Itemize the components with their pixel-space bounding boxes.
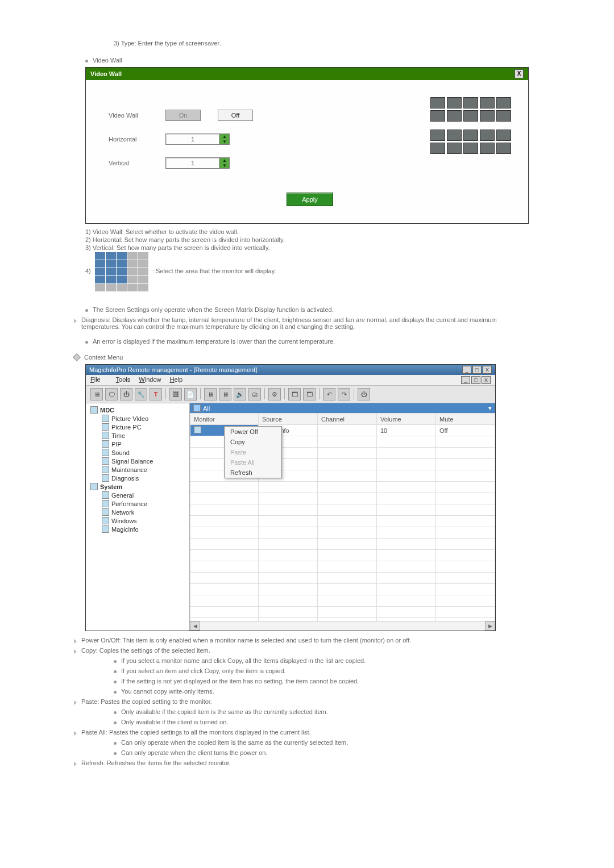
tree-root-system[interactable]: System xyxy=(87,482,188,491)
col-mute[interactable]: Mute xyxy=(436,414,495,425)
windows-icon xyxy=(102,517,109,524)
chevron-down-icon[interactable]: ▼ xyxy=(220,139,229,144)
tool-icon[interactable]: 🔧 xyxy=(135,388,147,400)
paste-all-sub-2: Can only operate when the client turns t… xyxy=(121,749,267,756)
tool-icon[interactable]: ⏻ xyxy=(120,388,132,400)
window-close-button[interactable]: X xyxy=(483,366,492,374)
video-wall-dialog: Video Wall X Video Wall On Off Horizonta… xyxy=(85,67,529,224)
wrench-icon xyxy=(102,466,109,473)
note-paste-all: Paste All: Pastes the copied settings to… xyxy=(81,729,311,736)
tool-icon[interactable]: 🖥 xyxy=(90,388,103,400)
col-channel[interactable]: Channel xyxy=(318,414,377,425)
tree-item[interactable]: Picture PC xyxy=(87,423,188,431)
scroll-right-icon[interactable]: ▶ xyxy=(485,621,495,631)
tree-item[interactable]: Diagnosis xyxy=(87,474,188,482)
tool-icon[interactable]: 🖵 xyxy=(105,388,118,400)
undo-icon[interactable]: ↶ xyxy=(323,388,335,400)
horizontal-spinner[interactable]: ▲ ▼ xyxy=(165,133,230,145)
dialog-title: Video Wall xyxy=(90,70,122,77)
tool-icon[interactable]: ⚙ xyxy=(268,388,281,400)
tree-item[interactable]: Time xyxy=(87,431,188,440)
monitor-icon xyxy=(194,426,201,433)
tool-icon[interactable]: 🖥 xyxy=(204,388,217,400)
chevron-up-icon[interactable]: ▲ xyxy=(220,158,229,163)
horizontal-scrollbar[interactable]: ◀ ▶ xyxy=(190,621,495,631)
menu-bar: File Tools Window Help _ □ X xyxy=(86,375,495,386)
tool-icon[interactable]: 🗂 xyxy=(248,388,261,400)
bullet-icon xyxy=(85,60,88,62)
vertical-input[interactable] xyxy=(166,158,219,168)
col-source[interactable]: Source xyxy=(259,414,318,425)
menu-window[interactable]: Window xyxy=(139,376,161,383)
video-wall-label: Video Wall xyxy=(109,112,165,119)
window-maximize-button[interactable]: □ xyxy=(472,366,482,374)
sub-close-button[interactable]: X xyxy=(482,376,491,384)
tree-item[interactable]: Maintenance xyxy=(87,465,188,474)
context-copy[interactable]: Copy xyxy=(225,437,281,447)
arrow-icon xyxy=(74,639,77,644)
clock-icon xyxy=(102,432,109,439)
tree-item[interactable]: Windows xyxy=(87,516,188,525)
video-wall-notes: 1) Video Wall: Select whether to activat… xyxy=(85,228,529,291)
area-select-grid-icon xyxy=(95,252,148,291)
tool-icon[interactable]: 🗔 xyxy=(288,388,301,400)
context-power-off[interactable]: Power Off xyxy=(225,427,281,437)
col-volume[interactable]: Volume xyxy=(377,414,436,425)
tool-icon[interactable]: 🖼 xyxy=(169,388,182,400)
copy-sub-2: If you select an item and click Copy, on… xyxy=(121,667,286,674)
apply-button[interactable]: Apply xyxy=(287,193,333,206)
bullet-icon xyxy=(114,721,117,724)
tree-item[interactable]: Picture Video xyxy=(87,414,188,423)
context-menu-popup: Power Off Copy Paste Paste All Refresh xyxy=(224,426,282,478)
sub-maximize-button[interactable]: □ xyxy=(471,376,480,384)
video-wall-off-button[interactable]: Off xyxy=(218,110,253,121)
scroll-left-icon[interactable]: ◀ xyxy=(190,621,200,631)
toolbar: 🖥 🖵 ⏻ 🔧 T 🖼 📄 🖥 🖥 🔊 🗂 ⚙ 🗔 🗔 ↶ ↷ ⏻ xyxy=(86,386,495,403)
context-refresh[interactable]: Refresh xyxy=(225,468,281,478)
separator xyxy=(354,388,354,399)
menu-tools[interactable]: Tools xyxy=(116,376,131,383)
tool-icon[interactable]: 📄 xyxy=(184,388,197,400)
menu-file[interactable]: File xyxy=(90,376,107,383)
tool-icon[interactable]: 🔊 xyxy=(234,388,246,400)
tree-item[interactable]: Signal Balance xyxy=(87,457,188,465)
arrow-icon xyxy=(74,731,77,736)
tree-item[interactable]: Performance xyxy=(87,499,188,508)
chevron-up-icon[interactable]: ▲ xyxy=(220,134,229,139)
power-icon[interactable]: ⏻ xyxy=(358,388,370,400)
dialog-titlebar: Video Wall X xyxy=(86,68,528,80)
note-refresh: Refresh: Refreshes the items for the sel… xyxy=(81,760,231,766)
tree-item[interactable]: Network xyxy=(87,508,188,516)
col-monitor[interactable]: Monitor xyxy=(190,414,259,425)
chevron-down-icon[interactable]: ▼ xyxy=(220,163,229,168)
arrow-icon xyxy=(74,319,77,323)
list-panel: All ▾ Monitor Source Channel Volume Mute… xyxy=(190,403,495,631)
tree-item[interactable]: MagicInfo xyxy=(87,525,188,533)
tree-item-icon xyxy=(102,423,109,431)
vertical-spinner[interactable]: ▲ ▼ xyxy=(165,157,230,169)
tree-root-mdc[interactable]: MDC xyxy=(87,406,188,414)
redo-icon[interactable]: ↷ xyxy=(338,388,350,400)
horizontal-input[interactable] xyxy=(166,134,219,144)
tree-item[interactable]: Sound xyxy=(87,448,188,457)
separator xyxy=(165,388,166,399)
tool-text-icon[interactable]: T xyxy=(150,388,162,400)
copy-sub-4: You cannot copy write-only items. xyxy=(121,688,214,695)
bullet-icon xyxy=(114,752,117,755)
tool-icon[interactable]: 🖥 xyxy=(219,388,231,400)
bullet-icon xyxy=(114,711,117,714)
bullet-icon xyxy=(114,681,117,683)
window-titlebar: MagicInfoPro Remote management - [Remote… xyxy=(86,365,495,375)
close-icon[interactable]: X xyxy=(515,69,524,78)
tree-item[interactable]: PIP xyxy=(87,440,188,448)
bullet-icon xyxy=(114,670,117,673)
note-1: 1) Video Wall: Select whether to activat… xyxy=(85,228,529,235)
video-wall-on-button[interactable]: On xyxy=(165,110,201,121)
tool-icon[interactable]: 🗔 xyxy=(303,388,316,400)
dropdown-icon[interactable]: ▾ xyxy=(488,404,492,412)
list-header-all: All xyxy=(203,405,210,412)
menu-help[interactable]: Help xyxy=(170,376,183,383)
sub-minimize-button[interactable]: _ xyxy=(461,376,470,384)
tree-item[interactable]: General xyxy=(87,491,188,499)
window-minimize-button[interactable]: _ xyxy=(462,366,471,374)
